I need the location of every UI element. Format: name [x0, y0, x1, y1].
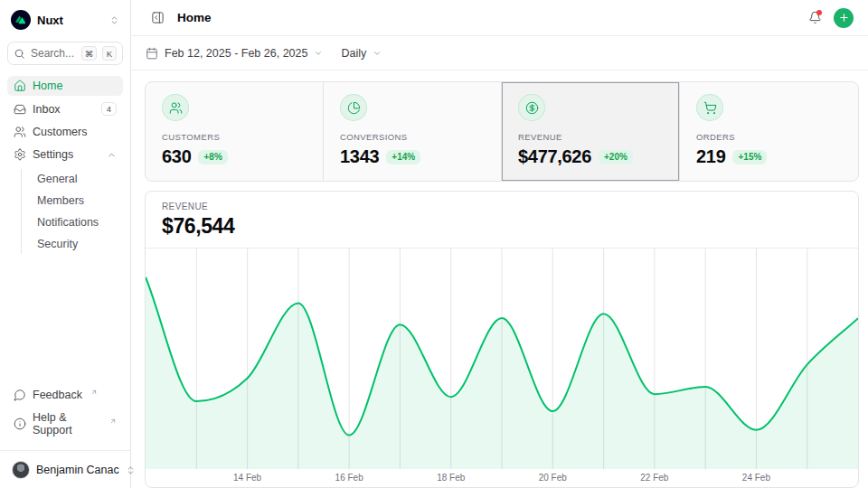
stat-value: $477,626 [518, 146, 591, 167]
house-icon [14, 80, 26, 92]
external-link-icon [90, 389, 98, 396]
stat-card-conversions[interactable]: CONVERSIONS 1343 +14% [324, 82, 502, 181]
sidebar-item-label: Settings [33, 148, 73, 161]
stat-label: ORDERS [696, 132, 842, 142]
inbox-count-badge: 4 [101, 102, 117, 116]
stat-value: 1343 [340, 146, 379, 167]
chart-canvas[interactable] [146, 249, 858, 469]
content: CUSTOMERS 630 +8% CONVERSIONS 1343 +14% [131, 70, 868, 488]
user-menu[interactable]: Benjamin Canac [7, 454, 123, 481]
period-value: Daily [341, 47, 366, 60]
users-icon [14, 126, 26, 138]
kbd-command: ⌘ [81, 46, 97, 61]
sidebar-item-members[interactable]: Members [32, 191, 123, 211]
users-icon [162, 94, 189, 121]
stat-card-customers[interactable]: CUSTOMERS 630 +8% [146, 82, 324, 181]
sidebar-nav: Home Inbox 4 Customers Settings [7, 76, 123, 256]
chevron-up-down-icon [109, 15, 119, 25]
avatar [12, 461, 30, 479]
filter-toolbar: Feb 12, 2025 - Feb 26, 2025 Daily [131, 36, 868, 70]
plus-icon [838, 12, 850, 23]
date-range-value: Feb 12, 2025 - Feb 26, 2025 [165, 47, 307, 60]
external-link-icon [109, 418, 117, 425]
x-axis-label: 20 Feb [539, 473, 567, 483]
sidebar-item-home[interactable]: Home [7, 76, 123, 96]
x-axis-label: 24 Feb [742, 473, 770, 483]
workspace-switcher[interactable]: Nuxt [7, 7, 123, 33]
kbd-k: K [102, 46, 117, 61]
sidebar-item-notifications[interactable]: Notifications [32, 212, 123, 232]
notifications-button[interactable] [803, 6, 826, 30]
x-axis-label: 18 Feb [437, 473, 465, 483]
main-area: Home Fe [131, 0, 868, 488]
stat-label: REVENUE [518, 132, 663, 142]
calendar-icon [146, 47, 158, 60]
dashboard-app: Nuxt ⌘ K Home Inbo [0, 0, 868, 488]
sidebar-item-label: Inbox [33, 103, 61, 116]
settings-sub-nav: General Members Notifications Security [21, 169, 123, 254]
stats-row: CUSTOMERS 630 +8% CONVERSIONS 1343 +14% [145, 81, 859, 182]
sidebar: Nuxt ⌘ K Home Inbo [0, 0, 131, 488]
user-name: Benjamin Canac [36, 464, 119, 476]
message-circle-icon [14, 389, 26, 401]
notification-dot [816, 10, 822, 15]
gear-icon [14, 148, 26, 161]
chart-metric-label: REVENUE [162, 202, 842, 211]
add-button[interactable] [834, 8, 854, 28]
chevron-up-icon [107, 150, 117, 160]
search-icon [14, 48, 25, 60]
chart-header: REVENUE $76,544 [146, 192, 858, 249]
nuxt-logo [11, 10, 31, 30]
stat-delta-badge: +8% [198, 150, 227, 164]
sidebar-collapse-button[interactable] [146, 6, 169, 30]
stat-delta-badge: +20% [599, 150, 633, 164]
sidebar-item-general[interactable]: General [32, 169, 123, 189]
search-input[interactable] [31, 47, 76, 60]
workspace-name: Nuxt [37, 14, 63, 27]
period-select[interactable]: Daily [341, 47, 382, 60]
page-header: Home [131, 0, 868, 36]
revenue-area-chart[interactable] [146, 249, 858, 469]
dollar-circle-icon [518, 94, 545, 121]
x-axis-label: 16 Feb [335, 473, 363, 483]
panel-left-close-icon [151, 11, 165, 24]
sidebar-item-label: Home [33, 80, 62, 92]
chevron-down-icon [314, 49, 323, 58]
info-circle-icon [14, 418, 26, 430]
pie-chart-icon [340, 94, 367, 121]
stat-delta-badge: +14% [386, 150, 420, 164]
sidebar-item-security[interactable]: Security [32, 234, 123, 254]
stat-value: 219 [696, 146, 725, 167]
sidebar-item-label: Customers [33, 126, 87, 138]
help-support-link[interactable]: Help & Support [7, 408, 123, 440]
footer-link-label: Feedback [33, 389, 82, 401]
stat-card-orders[interactable]: ORDERS 219 +15% [680, 82, 858, 181]
sidebar-footer: Feedback Help & Support Benjamin Canac [7, 385, 123, 481]
stat-card-revenue[interactable]: REVENUE $477,626 +20% [502, 82, 680, 181]
sidebar-item-customers[interactable]: Customers [7, 122, 123, 142]
sidebar-item-settings[interactable]: Settings [7, 145, 123, 164]
x-axis-label: 14 Feb [233, 473, 261, 483]
stat-delta-badge: +15% [732, 150, 767, 164]
search-box[interactable]: ⌘ K [7, 42, 123, 65]
inbox-icon [14, 103, 26, 116]
x-axis-label: 22 Feb [640, 473, 668, 483]
stat-label: CUSTOMERS [162, 132, 307, 142]
feedback-link[interactable]: Feedback [7, 385, 123, 405]
stat-label: CONVERSIONS [340, 132, 485, 142]
sidebar-item-inbox[interactable]: Inbox 4 [7, 99, 123, 119]
sidebar-divider [0, 450, 130, 451]
stat-value: 630 [162, 146, 191, 167]
footer-link-label: Help & Support [33, 411, 101, 436]
chart-x-axis: 14 Feb16 Feb18 Feb20 Feb22 Feb24 Feb [146, 469, 858, 487]
cart-icon [696, 94, 723, 121]
revenue-chart-card: REVENUE $76,544 14 Feb16 Feb18 Feb20 Feb… [145, 191, 859, 488]
chevron-down-icon [373, 49, 382, 58]
date-range-picker[interactable]: Feb 12, 2025 - Feb 26, 2025 [146, 47, 323, 60]
chart-metric-value: $76,544 [162, 214, 842, 239]
page-title: Home [177, 11, 212, 24]
